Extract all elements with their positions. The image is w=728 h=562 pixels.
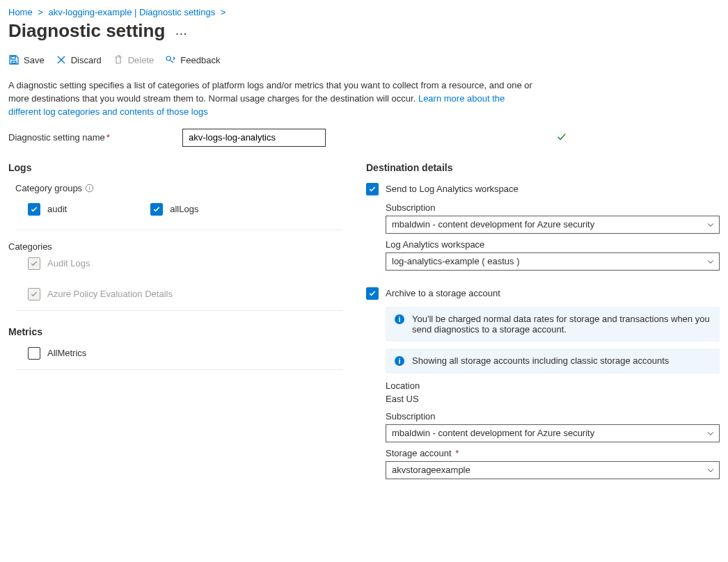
divider bbox=[15, 230, 342, 230]
divider bbox=[15, 310, 342, 311]
chevron-right-icon: > bbox=[38, 7, 43, 17]
svg-text:i: i bbox=[398, 357, 400, 365]
toolbar: Save Discard Delete Feedback bbox=[8, 54, 720, 65]
storage-account-value: akvstorageexample bbox=[392, 465, 470, 475]
setting-name-input[interactable] bbox=[182, 129, 326, 147]
svg-text:i: i bbox=[398, 315, 400, 323]
save-button[interactable]: Save bbox=[8, 54, 45, 65]
alllogs-label: allLogs bbox=[170, 204, 198, 214]
discard-label: Discard bbox=[71, 55, 102, 65]
info-banner-charges: i You'll be charged normal data rates fo… bbox=[386, 307, 720, 342]
metrics-heading: Metrics bbox=[8, 326, 349, 337]
policy-checkbox bbox=[28, 288, 40, 300]
discard-button[interactable]: Discard bbox=[56, 54, 102, 65]
trash-icon bbox=[113, 54, 124, 65]
info-icon[interactable]: i bbox=[85, 184, 94, 193]
subscription-label: Subscription bbox=[386, 202, 720, 213]
chevron-down-icon bbox=[706, 466, 715, 474]
storage-label: Archive to a storage account bbox=[386, 288, 500, 298]
breadcrumb-home[interactable]: Home bbox=[8, 7, 33, 17]
save-label: Save bbox=[24, 55, 45, 65]
storage-subscription-value: mbaldwin - content development for Azure… bbox=[392, 428, 594, 438]
chevron-down-icon bbox=[706, 429, 715, 437]
destination-heading: Destination details bbox=[366, 162, 720, 173]
setting-name-label: Diagnostic setting name* bbox=[8, 132, 182, 143]
policy-label: Azure Policy Evaluation Details bbox=[47, 289, 173, 299]
info-icon: i bbox=[394, 355, 405, 367]
delete-label: Delete bbox=[128, 55, 155, 65]
law-workspace-label: Log Analytics workspace bbox=[386, 239, 720, 250]
alllogs-checkbox[interactable] bbox=[150, 203, 163, 216]
delete-button: Delete bbox=[113, 54, 155, 65]
storage-checkbox[interactable] bbox=[366, 287, 379, 300]
close-icon bbox=[56, 54, 67, 65]
location-value: East US bbox=[386, 394, 720, 404]
info-text: Showing all storage accounts including c… bbox=[412, 355, 669, 367]
audit-checkbox[interactable] bbox=[28, 203, 40, 216]
info-text: You'll be charged normal data rates for … bbox=[412, 314, 711, 335]
chevron-right-icon: > bbox=[221, 7, 226, 17]
more-actions-button[interactable]: … bbox=[175, 24, 187, 38]
law-checkbox[interactable] bbox=[366, 183, 379, 195]
chevron-down-icon bbox=[706, 257, 715, 266]
storage-subscription-select[interactable]: mbaldwin - content development for Azure… bbox=[386, 424, 720, 442]
page-title: Diagnostic setting bbox=[8, 20, 165, 42]
subscription-value: mbaldwin - content development for Azure… bbox=[392, 219, 594, 230]
breadcrumb: Home > akv-logging-example | Diagnostic … bbox=[8, 7, 720, 17]
divider bbox=[15, 369, 342, 370]
category-groups-label: Category groups i bbox=[15, 183, 349, 193]
audit-label: audit bbox=[47, 204, 67, 214]
feedback-button[interactable]: Feedback bbox=[165, 54, 220, 65]
svg-point-0 bbox=[166, 56, 171, 61]
svg-text:i: i bbox=[89, 184, 90, 191]
logs-heading: Logs bbox=[8, 162, 349, 173]
chevron-down-icon bbox=[706, 220, 715, 229]
law-workspace-select[interactable]: log-analytics-example ( eastus ) bbox=[386, 252, 720, 271]
subscription-select[interactable]: mbaldwin - content development for Azure… bbox=[386, 216, 720, 234]
storage-account-label: Storage account * bbox=[386, 448, 720, 458]
feedback-label: Feedback bbox=[180, 55, 220, 65]
auditlogs-checkbox bbox=[28, 257, 40, 270]
location-label: Location bbox=[386, 380, 720, 391]
info-banner-classic: i Showing all storage accounts including… bbox=[386, 348, 720, 374]
allmetrics-label: AllMetrics bbox=[47, 348, 86, 358]
save-icon bbox=[8, 54, 19, 65]
allmetrics-checkbox[interactable] bbox=[28, 347, 40, 360]
info-icon: i bbox=[394, 314, 405, 335]
feedback-icon bbox=[165, 54, 176, 65]
storage-account-select[interactable]: akvstorageexample bbox=[386, 461, 720, 479]
law-label: Send to Log Analytics workspace bbox=[386, 184, 519, 194]
storage-subscription-label: Subscription bbox=[386, 411, 720, 421]
breadcrumb-resource[interactable]: akv-logging-example | Diagnostic setting… bbox=[49, 7, 216, 17]
description-text: A diagnostic setting specifies a list of… bbox=[8, 79, 537, 119]
checkmark-icon bbox=[557, 132, 567, 142]
auditlogs-label: Audit Logs bbox=[47, 258, 90, 268]
law-workspace-value: log-analytics-example ( eastus ) bbox=[392, 256, 520, 266]
categories-label: Categories bbox=[8, 241, 349, 252]
